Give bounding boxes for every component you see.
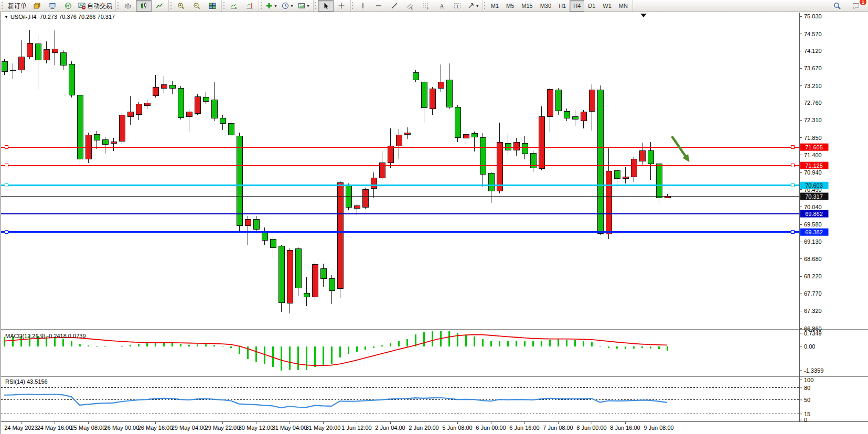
toolbar-group-4: ▼▼▼ xyxy=(259,0,314,12)
zoom-in-button[interactable] xyxy=(173,0,189,12)
chart-shift-button[interactable] xyxy=(242,0,258,12)
new-chart-icon-icon xyxy=(33,2,40,9)
search-icon-button[interactable] xyxy=(829,0,845,12)
bull-candle xyxy=(161,84,167,88)
terminal-icon-button[interactable] xyxy=(45,0,60,12)
cursor-button[interactable] xyxy=(318,0,334,12)
text-label-button[interactable]: T xyxy=(449,0,465,12)
new-chart-icon-button[interactable] xyxy=(29,0,45,12)
timeframe-m1-button[interactable]: M1 xyxy=(487,0,502,12)
timeframe-h1-button[interactable]: H1 xyxy=(555,0,570,12)
bear-candle xyxy=(253,219,259,229)
bear-candle xyxy=(446,80,452,107)
bull-candle xyxy=(354,206,360,209)
line-handle xyxy=(791,146,794,149)
timeframe-mn-button[interactable]: MN xyxy=(615,0,631,12)
shapes-icon xyxy=(467,2,475,9)
periods-button[interactable]: ▼ xyxy=(280,0,296,12)
zoom-out-button[interactable] xyxy=(189,0,205,12)
rsi-value: 43.5156 xyxy=(27,378,48,385)
timeframe-m5-button[interactable]: M5 xyxy=(502,0,518,12)
price-tag-71.125: 71.125 xyxy=(800,162,829,169)
auto-scroll-button[interactable] xyxy=(226,0,242,12)
bull-candle xyxy=(119,115,125,141)
bull-candle xyxy=(497,143,502,191)
svg-text:24 May 16:00: 24 May 16:00 xyxy=(37,425,72,431)
bull-candle xyxy=(52,49,58,53)
text-button[interactable]: A xyxy=(434,0,449,12)
svg-text:73.210: 73.210 xyxy=(804,83,822,89)
svg-text:30 May 12:00: 30 May 12:00 xyxy=(239,425,274,431)
chart-title-dropdown-icon[interactable]: ▼ xyxy=(4,15,8,19)
timeframe-h4-button[interactable]: H4 xyxy=(570,0,584,12)
macd-main-value: -0.2418 xyxy=(47,333,66,339)
bull-candle xyxy=(539,117,544,169)
resistance-line-lower[interactable] xyxy=(1,164,799,167)
bear-candle xyxy=(413,72,419,80)
bar-chart-button[interactable] xyxy=(120,0,136,12)
timeframe-w1-button[interactable]: W1 xyxy=(599,0,615,12)
chart-shift-icon xyxy=(246,2,253,9)
bear-candle xyxy=(69,64,74,95)
crosshair-button[interactable] xyxy=(334,0,349,12)
auto-trading-button-label: 自动交易 xyxy=(87,2,112,10)
svg-text:67.320: 67.320 xyxy=(804,308,822,314)
svg-text:-1.3359: -1.3359 xyxy=(804,367,823,374)
svg-text:70.317: 70.317 xyxy=(805,193,823,200)
toolbar-group-3 xyxy=(222,0,259,12)
dropdown-arrow-icon[interactable]: ▼ xyxy=(290,4,294,8)
trendline-button[interactable] xyxy=(387,0,402,12)
line-chart-icon xyxy=(156,2,163,9)
notifications-icon-button[interactable]: 1 xyxy=(848,0,864,12)
toolbar-group-2 xyxy=(169,0,222,12)
svg-text:5 Jun 08:00: 5 Jun 08:00 xyxy=(442,425,473,431)
new-order-button[interactable]: 新订单 xyxy=(4,0,29,12)
svg-text:69.382: 69.382 xyxy=(805,229,823,235)
timeframe-m30-button[interactable]: M30 xyxy=(537,0,555,12)
horizontal-line-button[interactable] xyxy=(371,0,387,12)
auto-trading-icon xyxy=(78,2,85,9)
bear-candle xyxy=(304,294,309,297)
line-handle xyxy=(5,146,8,149)
notification-badge: 1 xyxy=(859,0,867,6)
chart-canvas[interactable]: 75.03074.57074.12073.67073.21072.76072.3… xyxy=(1,12,868,434)
bull-candle xyxy=(127,112,133,117)
svg-text:74.570: 74.570 xyxy=(804,31,822,37)
timeframe-d1-button[interactable]: D1 xyxy=(584,0,599,12)
chart-object-marker[interactable] xyxy=(640,14,647,17)
dropdown-arrow-icon[interactable]: ▼ xyxy=(476,4,479,8)
auto-trading-button[interactable]: 自动交易 xyxy=(76,0,114,12)
dropdown-arrow-icon[interactable]: ▼ xyxy=(274,4,277,8)
chart-window[interactable]: 75.03074.57074.12073.67073.21072.76072.3… xyxy=(0,12,868,434)
bull-candle xyxy=(287,250,293,303)
down-trend-arrow[interactable] xyxy=(672,136,690,162)
svg-text:74.120: 74.120 xyxy=(804,48,822,54)
fibonacci-button[interactable]: F xyxy=(418,0,434,12)
strategy-tester-icon-button[interactable] xyxy=(60,0,76,12)
bull-candle xyxy=(404,133,410,135)
svg-text:69.130: 69.130 xyxy=(804,238,822,245)
timeframe-m15-button[interactable]: M15 xyxy=(518,0,536,12)
equidistant-channel-button[interactable]: E xyxy=(402,0,418,12)
bear-candle xyxy=(320,269,326,278)
bull-candle xyxy=(463,134,469,138)
candlestick-chart-button[interactable] xyxy=(136,0,152,12)
indicators-button[interactable]: ▼ xyxy=(263,0,280,12)
support-line-blue[interactable] xyxy=(1,231,799,234)
bull-candle xyxy=(153,88,158,96)
pivot-line-cyan[interactable] xyxy=(1,184,799,187)
vertical-line-button[interactable] xyxy=(355,0,371,12)
tile-windows-button[interactable] xyxy=(205,0,220,12)
toolbar-group-5 xyxy=(314,0,351,12)
bear-candle xyxy=(329,278,335,290)
shapes-button[interactable]: ▼ xyxy=(465,0,481,12)
bull-candle xyxy=(388,146,393,163)
price-tag-69.862: 69.862 xyxy=(800,210,829,218)
line-chart-button[interactable] xyxy=(152,0,167,12)
templates-button[interactable]: ▼ xyxy=(296,0,312,12)
svg-text:72.760: 72.760 xyxy=(804,100,822,106)
bear-candle xyxy=(2,61,7,72)
bear-candle xyxy=(228,124,234,135)
dropdown-arrow-icon[interactable]: ▼ xyxy=(306,4,310,8)
svg-text:2 Jun 20:00: 2 Jun 20:00 xyxy=(409,425,439,431)
